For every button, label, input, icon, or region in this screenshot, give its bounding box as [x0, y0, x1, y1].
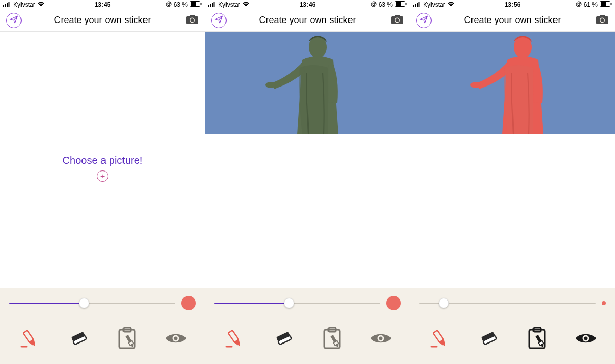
- wifi-icon: [242, 1, 250, 8]
- camera-button[interactable]: [391, 14, 404, 27]
- svg-rect-3: [9, 2, 10, 7]
- carrier-label: Kyivstar: [13, 1, 35, 8]
- svg-point-59: [601, 18, 604, 22]
- svg-point-61: [470, 82, 481, 88]
- preview-tool[interactable]: [573, 326, 598, 351]
- svg-rect-49: [419, 2, 420, 7]
- svg-rect-30: [406, 3, 407, 5]
- nav-bar: Create your own sticker: [0, 9, 205, 32]
- wifi-icon: [447, 1, 455, 8]
- camera-icon: [596, 17, 609, 26]
- marker-tool[interactable]: [222, 326, 247, 351]
- svg-rect-57: [600, 15, 605, 17]
- brush-size-preview: [386, 296, 401, 310]
- battery-percent: 63 %: [379, 1, 393, 8]
- svg-rect-54: [611, 3, 612, 5]
- tools-row: [410, 318, 615, 364]
- battery-percent: 63 %: [174, 1, 188, 8]
- svg-rect-46: [413, 5, 414, 7]
- brush-size-preview: [602, 301, 606, 305]
- carrier-label: Kyivstar: [218, 1, 240, 8]
- svg-rect-27: [373, 3, 375, 6]
- clipboard-tool[interactable]: [115, 326, 139, 351]
- battery-icon: [395, 1, 407, 8]
- brush-size-row: [0, 288, 205, 318]
- status-time: 13:56: [505, 1, 521, 8]
- preview-tool[interactable]: [368, 326, 393, 351]
- eraser-tool[interactable]: [271, 326, 296, 351]
- send-button[interactable]: [416, 13, 432, 28]
- status-bar: Kyivstar 13:45 63 %: [0, 0, 205, 9]
- svg-rect-9: [191, 2, 196, 6]
- svg-point-21: [174, 337, 177, 340]
- svg-point-52: [578, 3, 579, 4]
- status-time: 13:46: [300, 1, 316, 8]
- clipboard-tool[interactable]: [320, 326, 344, 351]
- svg-rect-31: [396, 2, 401, 6]
- svg-rect-47: [415, 4, 416, 7]
- marker-tool[interactable]: [427, 326, 452, 351]
- bottom-toolbar: [205, 288, 410, 364]
- svg-rect-24: [212, 3, 213, 7]
- bottom-toolbar: [410, 288, 615, 364]
- orientation-lock-icon: [576, 1, 582, 9]
- signal-icon: [413, 1, 421, 8]
- svg-rect-11: [190, 15, 195, 17]
- content-image[interactable]: [410, 32, 615, 288]
- send-icon: [214, 15, 223, 26]
- nav-bar: Create your own sticker: [410, 9, 615, 32]
- clipboard-tool[interactable]: [525, 326, 549, 351]
- orientation-lock-icon: [166, 1, 172, 9]
- plus-icon: +: [100, 172, 105, 180]
- svg-rect-23: [210, 4, 211, 7]
- svg-point-45: [379, 337, 382, 340]
- camera-button[interactable]: [596, 14, 609, 27]
- status-time: 13:45: [95, 1, 111, 8]
- battery-icon: [600, 1, 612, 8]
- brush-size-slider[interactable]: [419, 298, 596, 308]
- status-bar: Kyivstar 13:46 63 %: [205, 0, 410, 9]
- canvas-image[interactable]: [205, 32, 410, 134]
- add-picture-button[interactable]: +: [97, 170, 108, 182]
- tools-row: [0, 318, 205, 364]
- page-title: Create your own sticker: [464, 15, 561, 26]
- eraser-tool[interactable]: [66, 326, 91, 351]
- svg-rect-2: [7, 3, 8, 7]
- svg-point-13: [191, 18, 194, 22]
- wifi-icon: [37, 1, 45, 8]
- status-bar: Kyivstar 13:56 61 %: [410, 0, 615, 9]
- send-icon: [9, 15, 18, 26]
- svg-rect-33: [395, 15, 400, 17]
- signal-icon: [208, 1, 216, 8]
- preview-tool[interactable]: [163, 326, 188, 351]
- svg-point-6: [168, 3, 169, 4]
- page-title: Create your own sticker: [259, 15, 356, 26]
- svg-rect-8: [201, 3, 202, 5]
- svg-rect-48: [417, 3, 418, 7]
- svg-rect-5: [168, 3, 170, 6]
- brush-size-slider[interactable]: [214, 298, 380, 308]
- brush-size-slider[interactable]: [9, 298, 175, 308]
- svg-rect-55: [601, 2, 606, 6]
- brush-size-row: [205, 288, 410, 318]
- page-title: Create your own sticker: [54, 15, 151, 26]
- camera-icon: [186, 17, 199, 26]
- send-icon: [419, 15, 428, 26]
- brush-size-row: [410, 288, 615, 318]
- send-button[interactable]: [211, 13, 227, 28]
- marker-tool[interactable]: [17, 326, 42, 351]
- camera-button[interactable]: [186, 14, 199, 27]
- send-button[interactable]: [6, 13, 22, 28]
- svg-rect-51: [578, 3, 580, 6]
- canvas-image[interactable]: [410, 32, 615, 134]
- svg-rect-0: [3, 5, 4, 7]
- screen-1: Kyivstar 13:45 63 % Create your own stic…: [0, 0, 205, 364]
- svg-rect-25: [214, 2, 215, 7]
- content-image[interactable]: [205, 32, 410, 288]
- eraser-tool[interactable]: [476, 326, 501, 351]
- tools-row: [205, 318, 410, 364]
- bottom-toolbar: [0, 288, 205, 364]
- carrier-label: Kyivstar: [423, 1, 445, 8]
- screen-3: Kyivstar 13:56 61 % Create your own stic…: [410, 0, 615, 364]
- nav-bar: Create your own sticker: [205, 9, 410, 32]
